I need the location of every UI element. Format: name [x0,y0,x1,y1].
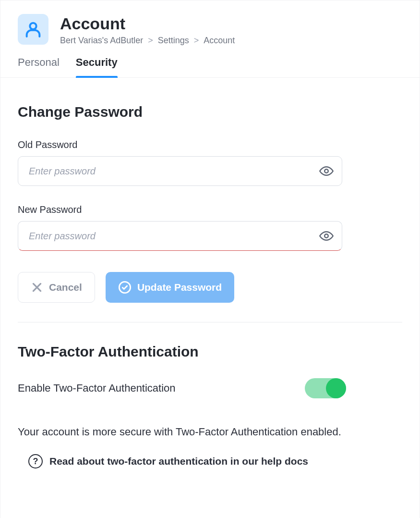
breadcrumb: Bert Varias's AdButler > Settings > Acco… [60,36,235,46]
new-password-label: New Password [18,204,402,215]
breadcrumb-item[interactable]: Bert Varias's AdButler [60,36,143,46]
page-header: Account Bert Varias's AdButler > Setting… [0,0,420,46]
eye-icon[interactable] [319,229,334,243]
update-password-button-label: Update Password [137,282,222,293]
eye-icon[interactable] [319,164,334,178]
tfa-help-link[interactable]: ? Read about two-factor authentication i… [18,454,346,469]
question-icon: ? [28,454,43,469]
tab-bar: Personal Security [0,46,420,78]
tfa-description: Your account is more secure with Two-Fac… [18,424,346,440]
close-icon [31,281,43,294]
old-password-label: Old Password [18,139,402,150]
svg-point-1 [324,170,328,173]
tfa-help-text: Read about two-factor authentication in … [49,456,308,467]
breadcrumb-item[interactable]: Settings [158,36,189,46]
change-password-section: Change Password Old Password New Passwor… [0,78,420,322]
two-factor-section: Two-Factor Authentication Enable Two-Fac… [0,322,363,469]
svg-point-2 [324,234,328,238]
update-password-button[interactable]: Update Password [106,272,234,303]
tfa-toggle[interactable] [305,378,346,398]
tfa-toggle-label: Enable Two-Factor Authentication [18,382,176,395]
new-password-input[interactable] [18,221,342,251]
section-heading: Two-Factor Authentication [18,344,346,360]
old-password-input[interactable] [18,156,342,186]
section-heading: Change Password [18,104,402,120]
toggle-knob [326,378,346,398]
page-title: Account [60,15,235,33]
account-icon [18,14,48,45]
tab-security[interactable]: Security [76,56,118,77]
cancel-button[interactable]: Cancel [18,272,95,303]
svg-point-0 [30,23,36,29]
tab-personal[interactable]: Personal [18,56,60,77]
cancel-button-label: Cancel [49,282,82,293]
chevron-right-icon: > [148,36,153,46]
check-circle-icon [118,281,132,294]
chevron-right-icon: > [194,36,199,46]
breadcrumb-item: Account [204,36,235,46]
